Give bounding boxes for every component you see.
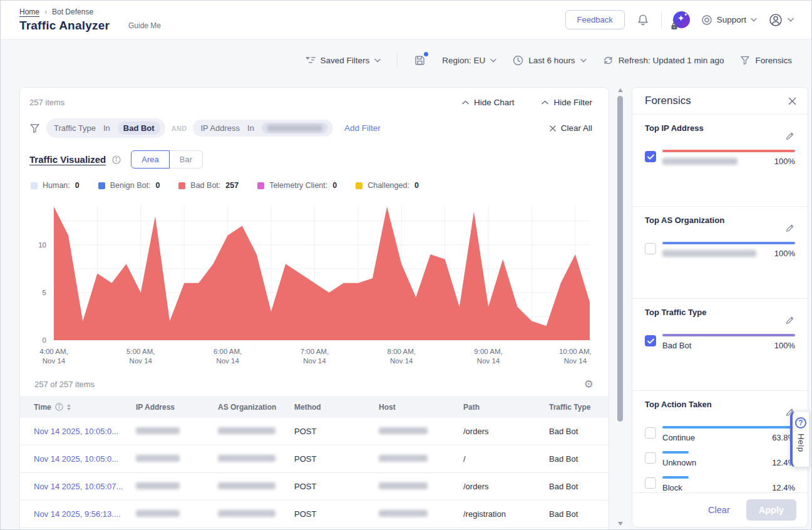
legend-item[interactable]: Challenged:0: [356, 181, 419, 190]
time-range-dropdown[interactable]: Last 6 hours: [513, 55, 586, 66]
time-link[interactable]: Nov 14 2025, 9:56:13....: [34, 509, 121, 519]
table-settings-gear-icon[interactable]: ⚙: [584, 379, 594, 390]
legend-item[interactable]: Bad Bot:257: [178, 181, 239, 190]
guide-me-link[interactable]: Guide Me: [128, 21, 161, 30]
sort-icon[interactable]: [67, 404, 71, 410]
forensics-title: Forensics: [645, 95, 691, 107]
redacted-value: [662, 250, 756, 257]
feedback-button[interactable]: Feedback: [565, 10, 625, 29]
refresh-button[interactable]: Refresh: Updated 1 min ago: [603, 55, 724, 66]
edit-pencil-icon[interactable]: [785, 315, 795, 325]
svg-text:6:00 AM,: 6:00 AM,: [213, 348, 242, 355]
svg-text:Nov 14: Nov 14: [130, 357, 153, 365]
column-header-path[interactable]: Path: [463, 403, 549, 412]
breadcrumb-home[interactable]: Home: [19, 8, 39, 17]
ip-address-cell: [136, 509, 218, 519]
clear-all-button[interactable]: Clear All: [550, 123, 592, 133]
redacted-value: [218, 482, 275, 489]
column-header-method[interactable]: Method: [294, 403, 379, 412]
time-link[interactable]: Nov 14 2025, 10:05:07...: [34, 482, 123, 491]
forensics-checkbox[interactable]: [645, 151, 656, 162]
filter-chip-ip-address[interactable]: IP Address In: [193, 120, 332, 137]
column-header-as-organization[interactable]: AS Organization: [218, 403, 294, 412]
edit-pencil-icon[interactable]: [785, 131, 795, 141]
legend-item[interactable]: Benign Bot:0: [98, 181, 160, 190]
filter-operator-label: In: [103, 123, 110, 133]
table-row[interactable]: Nov 14 2025, 10:05:0...POST/Bad Bot: [20, 445, 609, 473]
funnel-icon: [29, 123, 40, 133]
hide-chart-toggle[interactable]: Hide Chart: [462, 98, 515, 107]
help-tab[interactable]: ? Help: [790, 411, 809, 467]
scrollbar-thumb[interactable]: [617, 96, 623, 422]
hide-filter-toggle[interactable]: Hide Filter: [542, 98, 592, 107]
time-link[interactable]: Nov 14 2025, 10:05:0...: [34, 427, 118, 436]
chevron-down-icon: [751, 18, 757, 22]
forensics-apply-button[interactable]: Apply: [746, 499, 796, 521]
add-filter-link[interactable]: Add Filter: [344, 123, 381, 133]
bar-toggle-button[interactable]: Bar: [170, 150, 203, 169]
filter-field-label: Traffic Type: [54, 123, 96, 133]
svg-text:Nov 14: Nov 14: [477, 357, 500, 365]
legend-item[interactable]: Human:0: [31, 181, 80, 190]
traffic-type-cell: Bad Bot: [549, 454, 609, 464]
table-row[interactable]: Nov 14 2025, 10:05:0...POST/ordersBad Bo…: [20, 418, 609, 445]
forensics-checkbox[interactable]: [645, 427, 656, 439]
filter-conjunction: AND: [172, 125, 187, 132]
hide-chart-label: Hide Chart: [474, 98, 515, 107]
edit-pencil-icon[interactable]: [785, 223, 795, 233]
legend-label: Human:: [43, 181, 70, 190]
forensics-row-label: Continue: [662, 433, 695, 442]
table-row[interactable]: Nov 14 2025, 10:05:07...POST/ordersBad B…: [20, 473, 609, 501]
forensics-checkbox[interactable]: [645, 335, 656, 346]
column-header-ip-address[interactable]: IP Address: [136, 403, 218, 412]
svg-text:4:00 AM,: 4:00 AM,: [39, 348, 68, 355]
lifebuoy-icon: [701, 14, 712, 26]
forensics-row: 100%: [645, 150, 795, 166]
forensics-panel: Forensics Top IP Address100%Top AS Organ…: [632, 87, 808, 527]
host-cell: [379, 427, 463, 436]
forensics-toggle[interactable]: Forensics: [740, 55, 792, 65]
column-header-traffic-type[interactable]: Traffic Type: [549, 403, 609, 412]
svg-text:Nov 14: Nov 14: [390, 357, 413, 365]
redacted-value: [218, 510, 275, 517]
distribution-bar: [662, 150, 795, 152]
legend-value: 0: [414, 181, 419, 190]
forensics-clear-button[interactable]: Clear: [708, 505, 730, 515]
forensics-row-percent: 12.4%: [772, 483, 795, 492]
traffic-visualized-title[interactable]: Traffic Visualized: [29, 154, 106, 165]
scroll-down-arrow[interactable]: [618, 522, 623, 526]
filter-operator-label: In: [247, 123, 254, 133]
close-icon[interactable]: [788, 97, 796, 105]
redacted-value: [136, 427, 180, 434]
forensics-row: Bad Bot100%: [645, 334, 795, 350]
column-header-host[interactable]: Host: [379, 403, 463, 412]
saved-filters-dropdown[interactable]: Saved Filters: [306, 56, 381, 65]
legend-item[interactable]: Telemetry Client:0: [257, 181, 337, 190]
forensics-checkbox[interactable]: [645, 243, 656, 254]
forensics-checkbox[interactable]: [645, 477, 656, 489]
column-header-time[interactable]: Time: [20, 403, 136, 412]
time-range-label: Last 6 hours: [528, 56, 575, 65]
distribution-bar: [662, 242, 795, 244]
account-menu[interactable]: [768, 13, 794, 28]
workspace: Saved Filters Region: EU Last 6 hours: [1, 39, 811, 530]
support-menu[interactable]: Support: [701, 14, 757, 26]
redacted-value: [218, 455, 275, 462]
distribution-bar: [662, 426, 795, 429]
forensics-checkbox[interactable]: [645, 452, 656, 464]
region-dropdown[interactable]: Region: EU: [442, 56, 496, 65]
ai-assistant-icon[interactable]: ✦ ✦: [673, 11, 690, 28]
table-row[interactable]: Nov 14 2025, 9:56:13....POST/registratio…: [20, 501, 609, 528]
table-summary: 257 of 257 items: [34, 380, 95, 389]
section-title: Top IP Address: [645, 123, 704, 133]
notifications-bell-icon[interactable]: [636, 13, 650, 27]
header-divider: [661, 12, 662, 28]
redacted-value: [379, 455, 428, 462]
save-filter-button[interactable]: [414, 55, 426, 66]
filter-chip-traffic-type[interactable]: Traffic Type In Bad Bot: [46, 118, 165, 138]
scroll-up-arrow[interactable]: [618, 88, 623, 92]
svg-text:Nov 14: Nov 14: [216, 357, 239, 365]
area-toggle-button[interactable]: Area: [131, 150, 169, 169]
page-title: Traffic Analyzer: [19, 19, 110, 33]
time-link[interactable]: Nov 14 2025, 10:05:0...: [34, 454, 118, 464]
